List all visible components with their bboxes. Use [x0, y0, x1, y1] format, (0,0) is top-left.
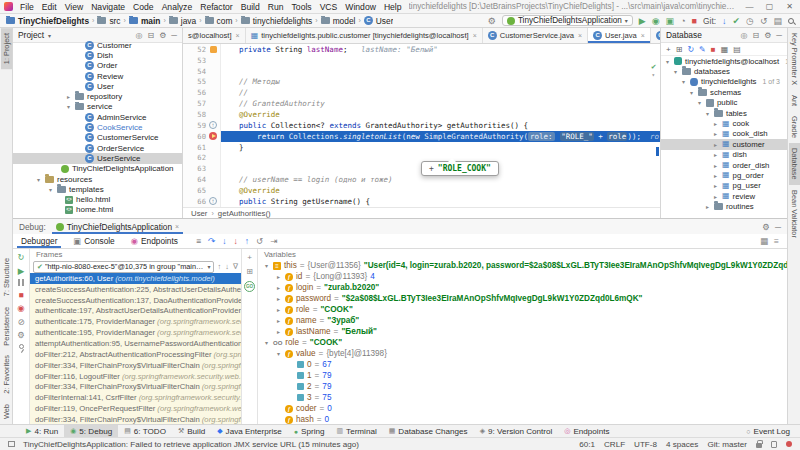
database-tree-item[interactable]: ▸▦dish — [661, 150, 787, 160]
restore-layout-icon[interactable]: ≡ — [774, 236, 779, 246]
add-watch-icon[interactable]: + — [247, 253, 252, 262]
project-tree-item[interactable]: CCustomer — [13, 40, 182, 50]
run-to-cursor-icon[interactable]: ⇥ — [270, 236, 277, 246]
close-icon[interactable]: × — [473, 32, 477, 39]
code-line[interactable]: 53 — [183, 55, 660, 66]
git-branch[interactable]: Git: master — [707, 440, 747, 449]
editor-breadcrumb-item[interactable]: getAuthorities() — [218, 209, 271, 218]
code-line[interactable]: 58 @Override — [183, 109, 660, 120]
variable-row[interactable]: fcoder = 0 — [258, 403, 787, 414]
toolwindow-toggle-icon[interactable] — [8, 441, 15, 447]
toolstrip-key-promoter-x[interactable]: Key Promoter X — [789, 28, 800, 90]
tree-collapse-icon[interactable]: ▸ — [712, 172, 719, 179]
settings-icon[interactable]: ⚙ — [17, 330, 25, 340]
database-tree-item[interactable]: ▸▦review — [661, 191, 787, 201]
variable-row[interactable]: fhash = 0 — [258, 414, 787, 424]
project-tree-item[interactable]: TinyChiefDelightsApplication — [13, 164, 182, 174]
debug-session-tab[interactable]: TinyChiefDelightsApplication × — [52, 219, 183, 234]
toolstrip-database[interactable]: Database — [789, 143, 800, 185]
tree-collapse-icon[interactable]: ▸ — [275, 328, 282, 335]
memory-icon[interactable] — [771, 441, 777, 448]
thread-selector[interactable]: ✔ "http-nio-8080-exec-5"@10,375 in group… — [33, 261, 214, 273]
stack-frame[interactable]: createSuccessAuthentication:225, Abstrac… — [30, 284, 241, 295]
close-button[interactable]: ✕ — [783, 2, 796, 11]
toolstrip-persistence[interactable]: Persistence — [1, 302, 12, 351]
code-line[interactable]: 52 private String lastName; lastName: "Б… — [183, 44, 660, 55]
stop-button[interactable]: ■ — [692, 16, 697, 26]
database-tree-item[interactable]: ▸▦order_dish — [661, 160, 787, 170]
hide-panel-icon[interactable]: ─ — [776, 31, 782, 40]
tab-console[interactable]: ▣Console — [69, 234, 118, 248]
menu-vcs[interactable]: VCS — [320, 2, 338, 12]
variable-row[interactable]: ▾≡this = {User@11356} "User(id=4, login=… — [258, 260, 787, 271]
project-tree-item[interactable]: CDish — [13, 50, 182, 60]
project-tree-item[interactable]: CUserService — [13, 153, 182, 163]
stack-frame[interactable]: doFilter:334, FilterChainProxy$VirtualFi… — [30, 414, 241, 424]
tree-expand-icon[interactable]: ▾ — [664, 58, 671, 65]
indent-setting[interactable]: 4 spaces — [666, 440, 698, 449]
maximize-button[interactable]: ▢ — [763, 2, 776, 11]
stop-icon[interactable]: ■ — [18, 290, 23, 300]
project-tree-item[interactable]: ▾resources — [13, 174, 182, 184]
step-out-icon[interactable]: ↑ — [245, 236, 249, 246]
stack-frame[interactable]: authenticate:195, ProviderManager (org.s… — [30, 327, 241, 338]
project-tree-item[interactable]: CAdminService — [13, 112, 182, 122]
tree-collapse-icon[interactable]: ▸ — [712, 162, 719, 169]
tree-collapse-icon[interactable]: ▸ — [275, 284, 282, 291]
tree-expand-icon[interactable]: ▾ — [688, 89, 695, 96]
stack-frame[interactable]: doFilter:334, FilterChainProxy$VirtualFi… — [30, 381, 241, 392]
project-tree-item[interactable]: CCookService — [13, 122, 182, 132]
editor-tab[interactable]: ▦tinychiefdelights.public.customer [tiny… — [246, 28, 483, 43]
tree-expand-icon[interactable]: ▾ — [47, 186, 54, 193]
collapse-all-icon[interactable]: ⊟ — [752, 31, 759, 40]
breakpoint-exec-icon[interactable] — [209, 132, 217, 140]
menu-edit[interactable]: Edit — [42, 2, 57, 12]
database-tree-item[interactable]: ▸▦pg_order — [661, 170, 787, 180]
gear-icon[interactable]: ⚙ — [762, 222, 770, 232]
code-line[interactable]: 66↑ public String getUsername() { — [183, 196, 660, 207]
code-line[interactable]: 61 } — [183, 142, 660, 153]
tree-expand-icon[interactable]: ▾ — [672, 68, 679, 75]
caret-position[interactable]: 60:1 — [579, 440, 595, 449]
tree-collapse-icon[interactable]: ▸ — [712, 130, 719, 137]
database-tree-item[interactable]: ▾public — [661, 98, 787, 108]
tree-expand-icon[interactable]: ▾ — [696, 99, 703, 106]
stack-frame[interactable]: doFilterInternal:141, CsrfFilter (org.sp… — [30, 392, 241, 403]
project-tree-item[interactable]: <>hello.html — [13, 194, 182, 204]
rerun-icon[interactable]: ↻ — [17, 252, 24, 262]
tree-collapse-icon[interactable]: ▸ — [275, 306, 282, 313]
variable-row[interactable]: ▸frole = "COOK" — [258, 304, 787, 315]
project-tree-item[interactable]: ▸repository — [13, 91, 182, 101]
menu-refactor[interactable]: Refactor — [200, 2, 232, 12]
override-method-icon[interactable]: ↑ — [209, 197, 217, 205]
menu-code[interactable]: Code — [133, 2, 154, 12]
database-tree-item[interactable]: ▸▦pg_user — [661, 181, 787, 191]
variable-row[interactable]: 0 = 67 — [258, 359, 787, 370]
toolwindow-endpoints[interactable]: ◎Endpoints — [558, 425, 615, 437]
table-view-icon[interactable]: ▦ — [721, 45, 729, 54]
tab-debugger[interactable]: Debugger — [17, 234, 61, 248]
menu-view[interactable]: View — [65, 2, 83, 12]
pause-icon[interactable] — [18, 279, 24, 286]
menu-tools[interactable]: Tools — [292, 2, 312, 12]
variable-row[interactable]: ▾fvalue = {byte[4]@11398} — [258, 348, 787, 359]
show-execution-point-icon[interactable]: ≡ — [196, 236, 201, 246]
tree-expand-icon[interactable]: ▾ — [275, 350, 282, 357]
toolstrip-1-project[interactable]: 1: Project — [1, 28, 12, 69]
toolstrip-7-structure[interactable]: 7: Structure — [1, 253, 12, 301]
resume-icon[interactable]: ▶ — [18, 266, 25, 276]
line-separator[interactable]: CRLF — [604, 440, 625, 449]
file-encoding[interactable]: UTF-8 — [634, 440, 657, 449]
toolwindow-todo[interactable]: ▤6: TODO — [118, 425, 172, 437]
toolwindow-terminal[interactable]: ▥Terminal — [330, 425, 382, 437]
refresh-icon[interactable]: ↻ — [687, 45, 694, 54]
code-area[interactable]: ✔ ▾ + "ROLE_COOK" 52 private String last… — [183, 44, 660, 207]
toolstrip-gradle[interactable]: Gradle — [789, 111, 800, 143]
database-tree-item[interactable]: ▸▦customer — [661, 139, 787, 149]
code-line[interactable]: 59↑ public Collection<? extends GrantedA… — [183, 120, 660, 131]
chevron-down-icon[interactable]: ▾ — [651, 71, 655, 78]
history-icon[interactable]: ◷ — [746, 16, 754, 26]
duplicate-icon[interactable]: ⊞ — [676, 45, 683, 54]
tree-collapse-icon[interactable]: ▸ — [704, 203, 711, 210]
stop-icon[interactable]: ■ — [711, 45, 716, 54]
